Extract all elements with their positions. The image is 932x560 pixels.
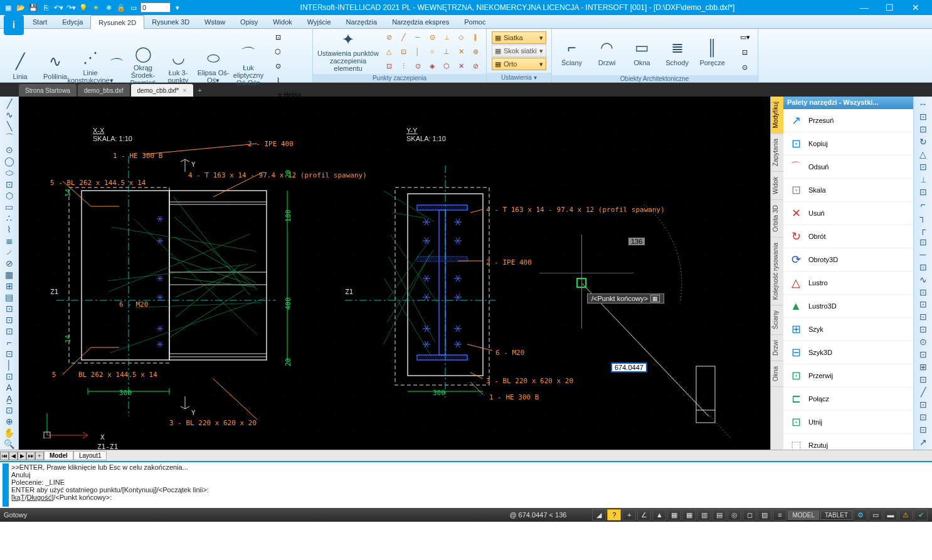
sb-osnap-icon[interactable]: ▲ [652,509,666,520]
palette-item-obrót[interactable]: ↻Obrót [783,225,913,248]
snap-btn-3[interactable]: ⊙ [425,30,439,44]
rtool-5[interactable]: ⊡ [917,161,929,172]
undo-icon[interactable]: ↶▾ [53,3,63,13]
menu-edycja[interactable]: Edycja [55,15,90,28]
sb-polar-icon[interactable]: ∠ [637,509,651,520]
rtool-24[interactable]: ⊡ [917,399,929,410]
snap-btn-1[interactable]: ╱ [396,30,410,44]
menu-start[interactable]: Start [25,15,55,28]
ribbon--ciany[interactable]: ⌐Ściany [556,31,588,73]
nav-add[interactable]: + [35,452,44,460]
palette-item-utnij[interactable]: ⊡Utnij [783,411,913,434]
ribbon-schody[interactable]: ≣Schody [661,31,694,73]
sb-b5-icon[interactable]: ◻ [743,509,756,520]
ribbon-drzwi[interactable]: ◠Drzwi [591,31,623,73]
setting-orto[interactable]: ▦Orto▾ [492,58,546,70]
snap-btn-8[interactable]: ⊡ [396,45,410,58]
snap-btn-10[interactable]: ○ [425,45,439,58]
minimize-button[interactable]: — [852,0,877,15]
open-icon[interactable]: 📂 [16,3,26,13]
rtool-3[interactable]: ↻ [917,136,929,147]
app-menu-button[interactable]: i [4,15,24,35]
ribbon-extra-1[interactable]: ⬡ [271,45,285,58]
ltool-9[interactable]: ▭ [3,202,16,212]
snap-btn-5[interactable]: ◇ [454,30,468,44]
ltool-15[interactable]: ▦ [3,270,16,280]
rtool-21[interactable]: ⊞ [917,361,929,372]
ribbon-extra-3[interactable]: ⌇ [271,73,285,87]
snap-btn-16[interactable]: ⊙ [411,59,425,73]
bulb-icon[interactable]: 💡 [78,3,88,13]
snap-btn-12[interactable]: ✕ [454,45,468,58]
nav-last[interactable]: ⏭ [26,452,35,460]
snap-btn-18[interactable]: ⬡ [440,59,453,73]
ltool-1[interactable]: ∿ [3,110,16,120]
paltab-orbita-3d[interactable]: Orbita 3D [771,200,783,238]
qat-more-icon[interactable]: ▾ [172,3,183,13]
ribbon-linie-konstrukcyjne-[interactable]: ⋰Linie konstrukcyjne▾ [74,45,107,87]
snap-btn-20[interactable]: ⊘ [469,59,482,73]
snap-btn-0[interactable]: ⊘ [382,30,396,44]
sb-model-mode[interactable]: MODEL [788,510,819,520]
freeze-icon[interactable]: ❄ [103,3,114,13]
palette-item-szyk3d[interactable]: ⊟Szyk3D [783,341,913,364]
rtool-22[interactable]: ⊡ [917,374,929,385]
sb-ortho-icon[interactable]: + [622,509,636,520]
snap-btn-13[interactable]: ⊗ [469,45,482,58]
snap-btn-9[interactable]: │ [411,45,425,58]
new-icon[interactable]: ▦ [3,3,13,13]
setting-siatka[interactable]: ▦Siatka▾ [492,31,546,44]
ltool-7[interactable]: ⊡ [3,179,16,189]
sb-b3-icon[interactable]: ▤ [712,509,726,520]
ltool-12[interactable]: ≣ [3,236,16,246]
close-button[interactable]: ✕ [902,0,929,15]
palette-item-usuń[interactable]: ✕Usuń [783,202,913,225]
ltool-24[interactable]: ⊡ [3,371,16,381]
ltool-22[interactable]: ⊡ [3,349,16,359]
setting-skok-siatki[interactable]: ▦Skok siatki▾ [492,45,546,57]
palette-item-kopiuj[interactable]: ⊡Kopiuj [783,132,913,156]
drawing-canvas[interactable]: 2 - IPE 4001 - HE 300 B4 - T 163 x 14 - … [19,97,770,450]
ribbon--uk-eliptyczny-o-o-[interactable]: ⌒Łuk eliptyczny Oś-Oś▾ [232,45,265,87]
rtool-10[interactable]: ┌ [917,224,929,235]
ribbon-extra-2[interactable]: ⊙ [271,59,285,73]
ribbon-ustawienia-punkt-w-zaczepienia-elementu[interactable]: ✦Ustawienia punktów zaczepienia elementu [317,31,379,72]
snap-btn-2[interactable]: ─ [411,30,425,44]
rtool-13[interactable]: ⊡ [917,262,929,273]
paltab-widok[interactable]: Widok [771,172,783,200]
arch-extra-0[interactable]: ▭▾ [736,30,754,44]
rtool-6[interactable]: ⟂ [917,174,929,185]
rtool-19[interactable]: ⊙ [917,336,929,347]
ltool-28[interactable]: ⊕ [3,416,16,426]
paltab-kolejność-rysowania[interactable]: Kolejność rysowania [771,238,783,305]
ltool-0[interactable]: ╱ [3,98,16,108]
layer-icon[interactable]: ▭ [129,3,139,13]
ltool-5[interactable]: ◯ [3,156,16,166]
rtool-20[interactable]: ⊡ [917,349,929,360]
cmd-handle[interactable] [3,463,9,507]
palette-item-odsuń[interactable]: ⌒Odsuń [783,156,913,179]
filetab-demo-bbs-dxf[interactable]: demo_bbs.dxf [78,84,130,97]
ltool-27[interactable]: ⊡ [3,405,16,415]
rtool-1[interactable]: ⊡ [917,111,929,122]
command-line[interactable]: >>ENTER, Prawe kliknięcie lub Esc w celu… [0,461,932,508]
rtool-18[interactable]: ⊡ [917,324,929,335]
ltool-16[interactable]: ⊞ [3,281,16,291]
ltool-30[interactable]: 🔍 [3,439,16,449]
ltool-4[interactable]: ⊙ [3,145,16,155]
ltool-25[interactable]: A [3,383,16,393]
ltool-20[interactable]: ⊡ [3,326,16,336]
arch-extra-1[interactable]: ⊡ [736,45,754,59]
sb-b1-icon[interactable]: ▦ [682,509,696,520]
nav-next[interactable]: ▶ [18,452,26,460]
palette-item-obroty3d[interactable]: ⟳Obroty3D [783,248,913,272]
ltool-13[interactable]: ⟋ [3,247,16,257]
ltool-21[interactable]: ⌐ [3,337,16,347]
snap-btn-15[interactable]: ⋮ [396,59,410,73]
snap-btn-7[interactable]: △ [382,45,396,58]
lock-icon[interactable]: 🔒 [116,3,126,13]
rtool-9[interactable]: ┐ [917,211,929,223]
ltool-11[interactable]: ⌇ [3,225,16,235]
rtool-27[interactable]: ↗ [917,436,929,448]
filetab-Strona-Startowa[interactable]: Strona Startowa [19,84,77,97]
